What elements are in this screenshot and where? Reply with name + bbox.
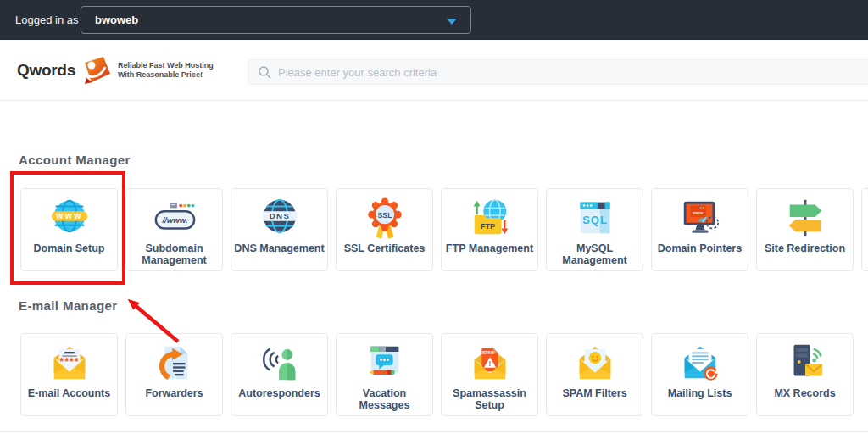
card-mx-records[interactable]: MX Records <box>756 333 854 416</box>
card-autoresponders[interactable]: Autoresponders <box>231 333 328 416</box>
envelope-refresh-icon <box>678 340 722 386</box>
spam-warning-envelope-icon: SPAM ! <box>468 340 512 386</box>
card-label: MX Records <box>774 387 835 399</box>
card-site-redirection[interactable]: Site Redirection <box>756 188 854 271</box>
card-subdomain-management[interactable]: //www. Subdomain Management <box>125 188 223 271</box>
card-label: Mailing Lists <box>668 387 732 399</box>
card-label: Autoresponders <box>238 387 320 399</box>
page: Logged in as bwoweb Qwords Rel <box>0 0 868 445</box>
card-spamassassin-setup[interactable]: SPAM ! Spamassassin Setup <box>441 333 538 416</box>
document-forward-arrow-icon <box>153 340 197 386</box>
account-selector[interactable]: bwoweb <box>81 6 471 34</box>
logged-in-label: Logged in as <box>15 14 78 26</box>
card-forwarders[interactable]: Forwarders <box>125 333 223 416</box>
card-domain-setup[interactable]: WWW Domain Setup <box>20 188 118 271</box>
brand-name: Qwords <box>17 61 75 80</box>
svg-text:www: www <box>691 210 703 215</box>
sql-window-icon: SQL <box>573 195 617 241</box>
svg-text:SSL: SSL <box>377 211 392 220</box>
card-label: SPAM Filters <box>562 387 626 399</box>
card-label: Domain Setup <box>33 242 104 254</box>
account-manager-row: WWW Domain Setup //www. Subdomain Manage… <box>20 188 868 271</box>
svg-text://www.: //www. <box>161 215 187 225</box>
card-vacation-messages[interactable]: Vacation Messages <box>336 333 433 416</box>
section-title-email-manager: E-mail Manager <box>19 298 117 313</box>
card-label: Spamassassin Setup <box>442 387 537 411</box>
chat-window-pencil-icon <box>363 340 407 386</box>
search-box <box>248 59 868 85</box>
card-label: Site Redirection <box>765 242 845 254</box>
email-manager-row: **** E-mail Accounts <box>20 333 854 416</box>
card-spam-filters[interactable]: SPAM Filters <box>546 333 643 416</box>
card-label: Domain Pointers <box>658 242 742 254</box>
svg-text:!: ! <box>488 359 491 368</box>
account-selector-value: bwoweb <box>95 14 138 26</box>
card-label: FTP Management <box>446 242 533 254</box>
card-mailing-lists[interactable]: Mailing Lists <box>651 333 748 416</box>
card-label: Subdomain Management <box>127 242 221 266</box>
card-label: E-mail Accounts <box>28 387 110 399</box>
svg-text:SPAM: SPAM <box>482 351 494 355</box>
globe-dns-icon: DNS <box>258 195 302 241</box>
chevron-down-icon <box>447 19 457 25</box>
card-dns-management[interactable]: DNS DNS Management <box>231 188 328 271</box>
brand-tagline: Reliable Fast Web Hosting With Reasonabl… <box>118 61 214 81</box>
broadcast-person-icon <box>258 340 302 386</box>
card-domain-pointers[interactable]: www Domain Pointers <box>651 188 748 271</box>
card-ftp-management[interactable]: FTP FTP Management <box>441 188 538 271</box>
card-label: SSL Certificates <box>344 242 426 254</box>
url-bar-icon: //www. <box>153 195 197 241</box>
envelope-password-icon: **** <box>47 340 92 386</box>
card-ssl-certificates[interactable]: SSL SSL Certificates <box>336 188 433 271</box>
search-input[interactable] <box>278 66 868 79</box>
card-partial[interactable] <box>861 188 868 271</box>
section-title-account-manager: Account Manager <box>19 153 131 167</box>
ssl-badge-icon: SSL <box>363 195 407 241</box>
svg-text:DNS: DNS <box>269 211 290 220</box>
svg-text:FTP: FTP <box>480 222 494 231</box>
globe-www-icon: WWW <box>47 195 92 241</box>
signpost-icon <box>783 195 827 241</box>
card-mysql-management[interactable]: SQL MySQL Management <box>546 188 643 271</box>
card-email-accounts[interactable]: **** E-mail Accounts <box>20 333 118 416</box>
header: Qwords Reliable Fast Web Hosting With Re… <box>0 40 868 101</box>
card-label: DNS Management <box>234 242 324 254</box>
bottom-divider <box>0 431 868 432</box>
topbar: Logged in as bwoweb <box>0 0 868 40</box>
search-icon <box>258 65 271 79</box>
card-label: Forwarders <box>145 387 203 399</box>
svg-text:WWW: WWW <box>56 212 83 220</box>
brand-logo[interactable]: Qwords Reliable Fast Web Hosting With Re… <box>17 54 214 86</box>
svg-text:SQL: SQL <box>582 214 608 226</box>
card-label: Vacation Messages <box>337 387 431 411</box>
smiley-envelope-icon <box>573 340 617 386</box>
server-mail-signal-icon <box>783 340 827 386</box>
card-label: MySQL Management <box>548 242 642 266</box>
qwords-logo-icon <box>81 56 111 85</box>
ftp-folder-globe-icon: FTP <box>468 195 512 241</box>
monitor-paper-plane-icon: www <box>678 195 722 241</box>
